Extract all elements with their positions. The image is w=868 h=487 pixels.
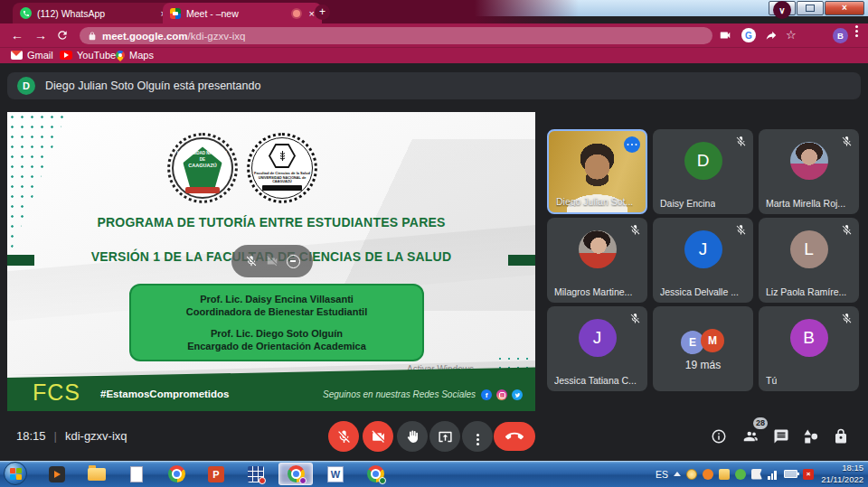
bookmark-gmail[interactable]: Gmail — [11, 49, 53, 61]
tray-folder-icon[interactable] — [719, 469, 730, 480]
slide-hashtag: #EstamosComprometidos — [100, 389, 230, 399]
document-icon — [130, 466, 143, 482]
tab-title: (112) WhatsApp — [37, 8, 157, 19]
participant-avatar: B — [790, 319, 828, 357]
media-indicator-icon — [293, 10, 300, 17]
present-button[interactable] — [429, 421, 460, 452]
slide-footer-band — [7, 366, 535, 411]
leave-call-button[interactable] — [494, 422, 535, 451]
taskbar-chrome-profile-b[interactable] — [278, 463, 313, 485]
participant-avatar — [579, 230, 617, 268]
profile-avatar[interactable]: B — [833, 28, 848, 43]
participant-tile-jessica-d[interactable]: J Jessica Delvalle ... — [653, 218, 753, 303]
floating-controls-overlay[interactable] — [231, 245, 313, 277]
credit-line: Encargado de Orientación Academica — [131, 340, 422, 352]
seal-text: Facultad de Ciencias de la Salud — [250, 171, 315, 175]
language-indicator[interactable]: ES — [656, 469, 668, 480]
taskbar-media-player[interactable] — [40, 463, 74, 485]
participant-name: Marta Mirella Roj... — [766, 198, 845, 209]
tray-icon-gold[interactable] — [686, 469, 697, 480]
url-text: meet.google.com/kdi-gzxv-ixq — [102, 31, 245, 42]
back-button[interactable]: ← — [11, 28, 24, 42]
tray-icon-green[interactable] — [735, 469, 746, 480]
taskbar-explorer[interactable] — [80, 463, 114, 485]
battery-icon[interactable] — [784, 470, 797, 478]
participant-tile-jessica-t[interactable]: J Jessica Tatiana C... — [547, 306, 647, 391]
chevron-down-icon[interactable]: ∨ — [773, 1, 791, 19]
seal-text: UNIVERSIDAD NACIONAL — [170, 151, 235, 155]
present-screen-icon — [438, 429, 453, 445]
raise-hand-button[interactable] — [397, 421, 428, 452]
participant-name: Tú — [766, 375, 777, 386]
taskbar-word[interactable]: W — [318, 463, 353, 485]
hidden-icons-chevron[interactable] — [674, 472, 681, 476]
participant-tile-you[interactable]: B Tú — [759, 306, 859, 391]
tab-close-icon[interactable]: × — [309, 8, 315, 19]
taskbar-chrome[interactable] — [159, 463, 193, 485]
share-icon[interactable] — [765, 29, 778, 45]
windows-logo-icon — [10, 468, 22, 480]
mic-toggle-button[interactable] — [328, 421, 359, 452]
taskbar-chrome-profile-d[interactable] — [358, 463, 392, 485]
taskbar-notepad[interactable] — [119, 463, 154, 485]
participant-tile-liz[interactable]: L Liz Paola Ramíre... — [759, 218, 859, 303]
participant-tile-daisy[interactable]: D Daisy Encina — [653, 129, 753, 214]
participants-button[interactable] — [743, 428, 760, 445]
tray-icon-orange[interactable] — [703, 469, 713, 480]
network-signal-icon[interactable] — [768, 469, 778, 480]
tile-options-icon[interactable] — [624, 136, 640, 153]
address-bar[interactable]: meet.google.com/kdi-gzxv-ixq — [80, 27, 712, 44]
camera-permission-icon[interactable] — [719, 29, 731, 45]
maps-pin-icon — [114, 49, 127, 61]
reload-button[interactable] — [56, 29, 69, 44]
bookmark-label: Gmail — [27, 50, 53, 61]
participant-avatar — [790, 142, 828, 180]
bookmark-maps[interactable]: Maps — [116, 49, 154, 61]
url-domain: meet.google.com — [102, 31, 188, 42]
tab-meet[interactable]: Meet - –new × — [163, 3, 322, 23]
participant-tile-overflow[interactable]: E M 19 más — [653, 306, 753, 391]
participant-tile-diego[interactable]: Diego Julian Sot... — [547, 129, 647, 214]
participant-tile-marta[interactable]: Marta Mirella Roj... — [759, 129, 859, 214]
clock-date: 21/11/2022 — [821, 474, 863, 485]
meeting-time: 18:15 — [16, 429, 46, 443]
mic-off-icon — [629, 313, 641, 324]
chrome-icon — [367, 465, 384, 482]
url-path: /kdi-gzxv-ixq — [188, 31, 246, 42]
participant-tile-milagros[interactable]: Milagros Martine... — [547, 218, 647, 303]
activities-button[interactable] — [803, 428, 819, 445]
seal-text: UNIVERSIDAD NACIONAL de CAAGUAZÚ — [250, 176, 315, 183]
browser-menu-icon[interactable] — [855, 23, 858, 33]
presenting-banner: D Diego Julian Soto Olguín está presenta… — [7, 72, 861, 99]
more-options-button[interactable] — [462, 421, 493, 452]
host-controls-button[interactable] — [833, 428, 849, 445]
google-account-icon[interactable]: G — [741, 28, 756, 42]
mic-off-icon — [735, 136, 747, 147]
bookmark-star-icon[interactable]: ☆ — [786, 28, 797, 42]
divider: | — [54, 429, 57, 443]
tab-title: Meet - –new — [186, 8, 293, 19]
clock-time: 18:15 — [842, 463, 863, 473]
window-close-button[interactable]: × — [825, 1, 864, 15]
meet-favicon — [170, 8, 181, 19]
forward-button[interactable]: → — [34, 28, 47, 42]
mic-off-icon — [629, 224, 641, 236]
taskbar-clock[interactable]: 18:15 21/11/2022 — [821, 461, 865, 487]
participant-avatar: J — [684, 230, 722, 268]
camera-toggle-button[interactable] — [363, 421, 393, 452]
participant-name: Milagros Martine... — [554, 286, 632, 297]
window-maximize-button[interactable] — [797, 1, 824, 15]
slide-credits-box: Prof. Lic. Daisy Encina Villasanti Coord… — [129, 284, 424, 361]
volume-muted-icon[interactable]: × — [803, 469, 814, 480]
taskbar-grid-app[interactable] — [239, 463, 273, 485]
media-player-icon — [49, 466, 65, 482]
bookmark-youtube[interactable]: YouTube — [60, 49, 116, 61]
action-center-flag-icon[interactable] — [751, 469, 762, 480]
start-button[interactable] — [4, 462, 27, 485]
taskbar-powerpoint[interactable]: P — [199, 463, 233, 485]
tab-whatsapp[interactable]: (112) WhatsApp × — [13, 3, 174, 23]
chat-button[interactable] — [773, 428, 789, 445]
slide-edge-bar — [7, 255, 34, 266]
new-tab-button[interactable]: + — [315, 5, 330, 20]
meeting-details-button[interactable] — [711, 428, 727, 445]
